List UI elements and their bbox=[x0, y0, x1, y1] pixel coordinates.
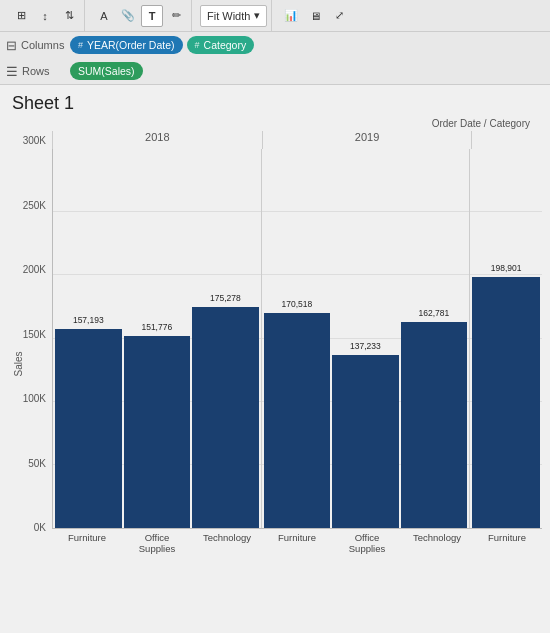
chart-header: Order Date / Category bbox=[8, 118, 542, 129]
year-group-2019: 170,518 137,233 162,781 bbox=[262, 149, 471, 528]
bar-2018-tech: 175,278 bbox=[192, 307, 259, 528]
sort-desc-button[interactable]: ⊞ bbox=[10, 5, 32, 27]
chevron-down-icon: ▾ bbox=[254, 9, 260, 22]
bar-wrap-2019-office: 137,233 bbox=[332, 149, 399, 528]
bar-wrap-2019-furniture: 170,518 bbox=[264, 149, 331, 528]
pills-area: ⊟ Columns # YEAR(Order Date) # Category … bbox=[0, 32, 550, 85]
x-label-2018-tech: Technology bbox=[192, 529, 262, 561]
bar-label-2019-tech: 162,781 bbox=[419, 308, 450, 318]
columns-icon: ⊟ bbox=[6, 38, 17, 53]
x-label-2019-office: OfficeSupplies bbox=[332, 529, 402, 561]
rows-icon: ☰ bbox=[6, 64, 18, 79]
sort-asc-button[interactable]: ↕ bbox=[34, 5, 56, 27]
bar-2019-office: 137,233 bbox=[332, 355, 399, 528]
attach-button[interactable]: 📎 bbox=[117, 5, 139, 27]
x-year-2019: Furniture OfficeSupplies Technology bbox=[262, 529, 472, 561]
bar-2018-office: 151,776 bbox=[124, 336, 191, 528]
x-label-2018-office: OfficeSupplies bbox=[122, 529, 192, 561]
toolbar-group-chart: 📊 🖥 ⤢ bbox=[276, 0, 354, 31]
columns-text: Columns bbox=[21, 39, 64, 51]
bar-label-2018-office: 151,776 bbox=[141, 322, 172, 332]
bar-label-2018-furniture: 157,193 bbox=[73, 315, 104, 325]
bar-label-2019-office: 137,233 bbox=[350, 341, 381, 351]
bar-wrap-2018-office: 151,776 bbox=[124, 149, 191, 528]
columns-row: ⊟ Columns # YEAR(Order Date) # Category bbox=[0, 32, 550, 58]
rows-label: ☰ Rows bbox=[6, 64, 66, 79]
rows-text: Rows bbox=[22, 65, 50, 77]
y-tick-50k: 50K bbox=[28, 458, 46, 469]
bar-wrap-2018-tech: 175,278 bbox=[192, 149, 259, 528]
x-year-2018: Furniture OfficeSupplies Technology bbox=[52, 529, 262, 561]
pill-hash-icon: # bbox=[78, 40, 83, 50]
fit-width-label: Fit Width bbox=[207, 10, 250, 22]
rows-row: ☰ Rows SUM(Sales) bbox=[0, 58, 550, 84]
chart-button[interactable]: 📊 bbox=[280, 5, 302, 27]
y-axis-label: Sales bbox=[13, 352, 24, 377]
x-label-2019-furniture: Furniture bbox=[262, 529, 332, 561]
pill-cat-hash-icon: # bbox=[195, 40, 200, 50]
bar-wrap-2020-furniture: 198,901 bbox=[472, 149, 540, 528]
x-label-2018-furniture: Furniture bbox=[52, 529, 122, 561]
bar-2019-furniture: 170,518 bbox=[264, 313, 331, 528]
y-tick-150k: 150K bbox=[23, 329, 46, 340]
bar-wrap-2019-tech: 162,781 bbox=[401, 149, 468, 528]
shape-button[interactable]: ✏ bbox=[165, 5, 187, 27]
pill-year-label: YEAR(Order Date) bbox=[87, 39, 175, 51]
bar-label-2020-furniture: 198,901 bbox=[491, 263, 522, 273]
monitor-button[interactable]: 🖥 bbox=[304, 5, 326, 27]
y-tick-250k: 250K bbox=[23, 200, 46, 211]
sheet-area: Sheet 1 bbox=[0, 85, 550, 114]
toolbar-group-view: Fit Width ▾ bbox=[196, 0, 272, 31]
x-year-2020: Furniture bbox=[472, 529, 542, 561]
color-button[interactable]: A bbox=[93, 5, 115, 27]
year-labels: 2018 2019 bbox=[52, 131, 542, 149]
pill-sum-sales[interactable]: SUM(Sales) bbox=[70, 62, 143, 80]
bars-and-grid: 157,193 151,776 175,278 bbox=[52, 149, 542, 529]
pill-year-order-date[interactable]: # YEAR(Order Date) bbox=[70, 36, 183, 54]
chart-wrap: Sales 300K 250K 200K 150K 100K 50K 0K 20… bbox=[8, 131, 542, 561]
y-axis: Sales 300K 250K 200K 150K 100K 50K 0K bbox=[8, 131, 52, 561]
bar-label-2019-furniture: 170,518 bbox=[281, 299, 312, 309]
year-label-2018: 2018 bbox=[52, 131, 262, 149]
toolbar-group-format: A 📎 T ✏ bbox=[89, 0, 192, 31]
fit-width-button[interactable]: Fit Width ▾ bbox=[200, 5, 267, 27]
bar-2020-furniture: 198,901 bbox=[472, 277, 540, 528]
chart-body: 2018 2019 bbox=[52, 131, 542, 561]
chart-container: Order Date / Category Sales 300K 250K 20… bbox=[0, 118, 550, 561]
text-button[interactable]: T bbox=[141, 5, 163, 27]
pill-sum-sales-label: SUM(Sales) bbox=[78, 65, 135, 77]
x-label-2020-furniture: Furniture bbox=[472, 529, 542, 561]
bar-label-2018-tech: 175,278 bbox=[210, 293, 241, 303]
share-button[interactable]: ⤢ bbox=[328, 5, 350, 27]
year-group-2020: 198,901 bbox=[470, 149, 542, 528]
bar-2019-tech: 162,781 bbox=[401, 322, 468, 528]
y-tick-300k: 300K bbox=[23, 135, 46, 146]
bar-2018-furniture: 157,193 bbox=[55, 329, 122, 528]
pill-category[interactable]: # Category bbox=[187, 36, 255, 54]
chart-header-label: Order Date / Category bbox=[432, 118, 530, 129]
y-tick-0k: 0K bbox=[34, 522, 46, 533]
bars-row: 157,193 151,776 175,278 bbox=[53, 149, 542, 528]
sheet-title: Sheet 1 bbox=[12, 93, 538, 114]
toolbar: ⊞ ↕ ⇅ A 📎 T ✏ Fit Width ▾ 📊 🖥 ⤢ bbox=[0, 0, 550, 32]
pill-category-label: Category bbox=[204, 39, 247, 51]
y-tick-200k: 200K bbox=[23, 264, 46, 275]
year-label-2019: 2019 bbox=[262, 131, 472, 149]
toolbar-group-main: ⊞ ↕ ⇅ bbox=[6, 0, 85, 31]
x-labels: Furniture OfficeSupplies Technology Furn… bbox=[52, 529, 542, 561]
sort-button[interactable]: ⇅ bbox=[58, 5, 80, 27]
bar-wrap-2018-furniture: 157,193 bbox=[55, 149, 122, 528]
year-label-2020 bbox=[471, 131, 542, 149]
x-label-2019-tech: Technology bbox=[402, 529, 472, 561]
year-group-2018: 157,193 151,776 175,278 bbox=[53, 149, 262, 528]
y-tick-100k: 100K bbox=[23, 393, 46, 404]
columns-label: ⊟ Columns bbox=[6, 38, 66, 53]
